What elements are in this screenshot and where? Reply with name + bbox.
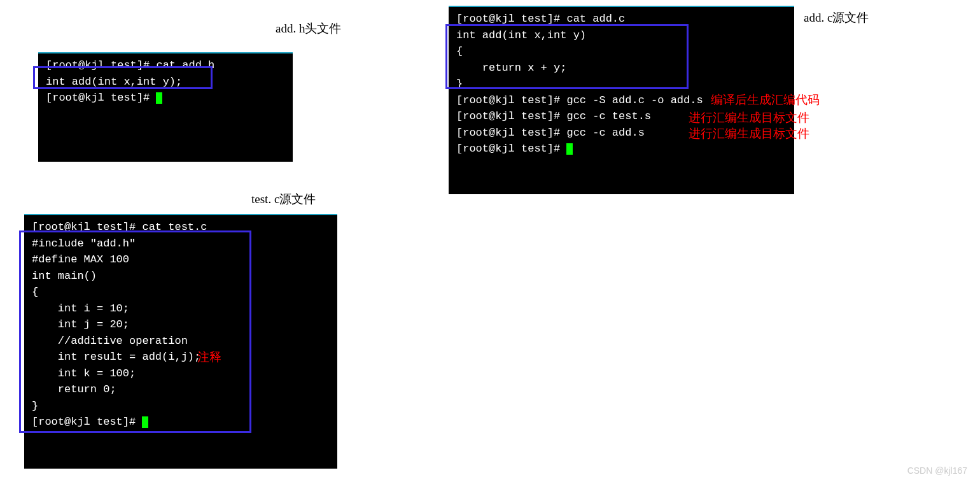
term3-line-1: [root@kjl test]# cat test.c [32, 219, 330, 236]
term2-line-4: return x + y; [456, 60, 787, 76]
anno-compile: 编译后生成汇编代码 [711, 92, 820, 108]
term3-line-12: return 0; [32, 381, 330, 398]
term1-line-2: int add(int x,int y); [46, 74, 285, 90]
term3-line-13: } [32, 398, 330, 415]
term3-line-10: int result = add(i,j); [32, 349, 330, 365]
term3-line-7: int i = 10; [32, 301, 330, 317]
label-add-h: add. h头文件 [276, 20, 341, 37]
term2-line-2: int add(int x,int y) [456, 27, 787, 44]
term3-line-3: #define MAX 100 [32, 252, 330, 268]
term2-line-5: } [456, 76, 787, 92]
term3-line-11: int k = 100; [32, 365, 330, 382]
term3-line-14: [root@kjl test]# [32, 414, 330, 430]
term2-line-3: { [456, 43, 787, 60]
term3-line-9: //additive operation [32, 333, 330, 350]
term2-line-1: [root@kjl test]# cat add.c [456, 11, 787, 27]
term3-line-2: #include "add.h" [32, 236, 330, 252]
terminal-add-h: [root@kjl test]# cat add.h int add(int x… [38, 52, 293, 162]
anno-comment: 注释 [197, 349, 221, 365]
anno-asm2: 进行汇编生成目标文件 [689, 125, 809, 142]
label-test-c: test. c源文件 [251, 191, 316, 208]
cursor-icon [156, 92, 162, 104]
term3-line-8: int j = 20; [32, 316, 330, 333]
term3-line-6: { [32, 284, 330, 301]
watermark: CSDN @kjl167 [907, 465, 967, 476]
term3-line-5: int main() [32, 268, 330, 285]
term2-line-9: [root@kjl test]# [456, 141, 787, 157]
cursor-icon [566, 143, 573, 155]
terminal-test-c: [root@kjl test]# cat test.c #include "ad… [24, 214, 337, 469]
cursor-icon [142, 416, 148, 428]
term1-line-3: [root@kjl test]# [46, 90, 285, 106]
label-add-c: add. c源文件 [804, 10, 869, 26]
anno-asm1: 进行汇编生成目标文件 [689, 110, 809, 126]
term1-line-1: [root@kjl test]# cat add.h [46, 57, 285, 74]
